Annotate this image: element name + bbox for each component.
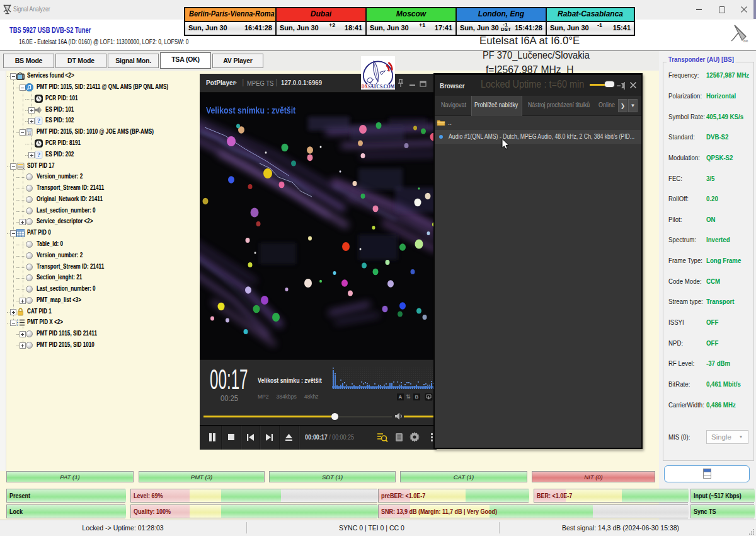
svg-text:?: ? [37, 117, 40, 124]
svg-text:6%: 6% [743, 39, 748, 43]
svg-text:10: 10 [28, 132, 32, 136]
svg-text:DXSATCS.COM: DXSATCS.COM [361, 84, 394, 90]
svg-text:?: ? [37, 151, 40, 158]
